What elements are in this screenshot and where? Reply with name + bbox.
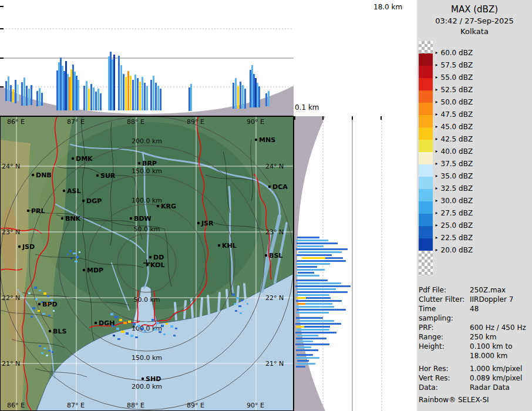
colorbar-color-cell bbox=[419, 177, 433, 189]
echo-pixel bbox=[247, 303, 248, 305]
lat-label-left: 24° N bbox=[2, 163, 20, 170]
station-label: KOL bbox=[150, 261, 164, 269]
colorbar-label: 57.5 dBZ bbox=[435, 61, 473, 69]
colorbar-color-cell bbox=[419, 127, 433, 140]
echo-pixel bbox=[141, 328, 144, 330]
echo-row bbox=[296, 338, 326, 339]
colorbar-label: 30.0 dBZ bbox=[435, 197, 473, 205]
echo-pixel bbox=[70, 257, 72, 259]
echo-pixel bbox=[41, 352, 43, 354]
echo-pixel bbox=[151, 319, 154, 321]
echo-pixel bbox=[47, 295, 49, 297]
info-row: PRF:600 Hz / 450 Hz bbox=[419, 323, 531, 332]
echo-pixel bbox=[144, 322, 147, 324]
station-label: BLS bbox=[53, 328, 66, 335]
echo-pixel bbox=[128, 321, 131, 323]
lon-label-top: 88° E bbox=[127, 118, 144, 126]
colorbar-color-cell bbox=[419, 226, 433, 238]
echo-column bbox=[257, 83, 258, 107]
echo-column bbox=[244, 89, 246, 109]
echo-pixel bbox=[241, 299, 243, 301]
station-label: DCA bbox=[272, 183, 288, 191]
echo-row bbox=[297, 320, 334, 322]
range-ring-label: 200.0 km bbox=[132, 383, 162, 390]
echo-column bbox=[41, 93, 43, 106]
echo-pixel bbox=[133, 323, 136, 325]
info-row: Vert Res:0.089 km/pixel bbox=[419, 373, 531, 383]
station-label: KRG bbox=[161, 203, 176, 210]
colorbar-labels: 60.0 dBZ57.5 dBZ55.0 dBZ52.5 dBZ50.0 dBZ… bbox=[435, 41, 511, 276]
colorbar-color-cell bbox=[419, 189, 433, 201]
range-ring-label: 150.0 km bbox=[132, 167, 162, 175]
info-rows-primary: Pdf File:250Z.maxClutter Filter:IIRDoppl… bbox=[419, 285, 531, 361]
colorbar-color-cell bbox=[419, 152, 433, 164]
lat-label-left: 21° N bbox=[2, 360, 20, 368]
echo-pixel bbox=[156, 322, 159, 324]
echo-row bbox=[302, 257, 325, 259]
echo-column bbox=[118, 56, 120, 110]
station-label: DNB bbox=[36, 171, 52, 179]
echo-row bbox=[296, 326, 304, 328]
colorbar-color-cell bbox=[419, 66, 433, 78]
echo-column bbox=[36, 91, 38, 106]
station-dot bbox=[72, 157, 74, 160]
station-dot bbox=[32, 174, 34, 176]
echo-pixel bbox=[238, 305, 241, 307]
echo-column bbox=[86, 81, 87, 110]
lon-label-bottom: 87° E bbox=[67, 402, 85, 409]
echo-column bbox=[150, 80, 152, 110]
echo-row bbox=[325, 257, 343, 259]
echo-row bbox=[297, 269, 325, 271]
info-key: Hor Res: bbox=[419, 364, 470, 373]
echo-pixel bbox=[135, 336, 138, 338]
info-key: Vert Res: bbox=[419, 373, 470, 383]
colorbar-color-cell bbox=[419, 115, 433, 127]
echo-column bbox=[113, 55, 115, 110]
station-dot bbox=[218, 244, 220, 247]
info-key: Height: bbox=[419, 342, 470, 361]
echo-column bbox=[110, 52, 112, 110]
echo-pixel bbox=[46, 355, 48, 356]
station-label: JSR bbox=[201, 220, 214, 227]
echo-row bbox=[296, 240, 328, 241]
range-ring-label: 200.0 km bbox=[132, 137, 162, 145]
echo-pixel bbox=[175, 328, 177, 329]
info-key: Data: bbox=[419, 383, 470, 392]
echo-column bbox=[112, 59, 113, 110]
station-dot bbox=[268, 186, 271, 188]
colorbar-color-cell bbox=[419, 164, 433, 177]
echo-column bbox=[93, 87, 95, 110]
height-origin-label: 0.1 km bbox=[295, 103, 319, 112]
colorbar-label: 52.5 dBZ bbox=[435, 86, 473, 94]
colorbar-color-cell bbox=[419, 90, 433, 103]
info-key: PRF: bbox=[419, 323, 470, 332]
echo-column bbox=[233, 83, 234, 109]
echo-pixel bbox=[144, 331, 146, 332]
lon-label-top: 86° E bbox=[7, 118, 25, 126]
echo-pixel bbox=[116, 328, 119, 330]
echo-column bbox=[69, 77, 70, 110]
software-brand: Rainbow® SELEX-SI bbox=[419, 396, 531, 404]
echo-row bbox=[297, 303, 305, 305]
echo-pixel bbox=[121, 331, 124, 333]
info-key: Range: bbox=[419, 332, 470, 342]
echo-row bbox=[296, 366, 305, 368]
echo-column bbox=[72, 65, 74, 110]
echo-column bbox=[235, 78, 237, 109]
echo-pixel bbox=[110, 313, 113, 315]
product-datetime: 03:42 / 27-Sep-2025 bbox=[417, 16, 532, 25]
echo-column bbox=[242, 85, 244, 109]
echo-column bbox=[10, 85, 12, 102]
echo-row bbox=[296, 300, 342, 302]
colorbar-label: 60.0 dBZ bbox=[435, 49, 473, 57]
echo-column bbox=[26, 86, 28, 106]
station-dot bbox=[130, 217, 132, 220]
lon-label-top: 90° E bbox=[247, 118, 264, 126]
info-value: 48 bbox=[470, 304, 531, 323]
info-key: Clutter Filter: bbox=[419, 295, 470, 304]
echo-row bbox=[297, 360, 309, 362]
station-dot bbox=[83, 269, 85, 271]
echo-pixel bbox=[32, 307, 35, 309]
echo-pixel bbox=[117, 338, 120, 340]
echo-column bbox=[12, 89, 14, 102]
